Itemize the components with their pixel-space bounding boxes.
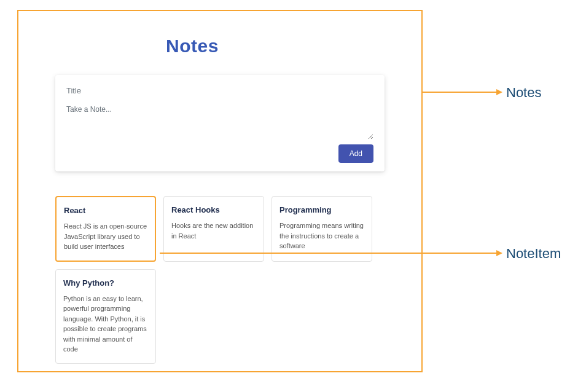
note-item-title: Programming [279,205,364,214]
note-item[interactable]: Why Python? Python is an easy to learn, … [55,269,156,364]
note-item[interactable]: React Hooks Hooks are the new addition i… [163,196,264,262]
note-item[interactable]: React React JS is an open-source JavaScr… [55,196,156,262]
note-item-title: React [64,206,147,215]
compose-card: Add [55,75,385,171]
add-button[interactable]: Add [338,144,373,163]
note-item-body: React JS is an open-source JavaScript li… [64,221,147,252]
title-input[interactable] [66,84,373,98]
note-item-body: Hooks are the new addition in React [171,221,256,241]
note-item[interactable]: Programming Programming means writing th… [272,196,372,262]
note-item-title: Why Python? [63,278,148,288]
annotation-noteitem-label: NoteItem [506,246,561,262]
arrow-notes [423,86,502,98]
svg-marker-1 [496,89,502,95]
svg-marker-3 [496,250,502,256]
annotation-notes-label: Notes [506,85,541,101]
compose-actions: Add [66,144,373,163]
note-body-textarea[interactable] [66,103,373,139]
note-item-title: React Hooks [171,205,256,214]
note-item-body: Python is an easy to learn, powerful pro… [63,294,148,355]
notes-grid: React React JS is an open-source JavaScr… [55,196,385,364]
notes-component-frame: Notes Add React React JS is an open-sour… [17,10,423,372]
page-title: Notes [166,36,385,57]
note-item-body: Programming means writing the instructio… [279,221,364,251]
notes-app-content: Notes Add React React JS is an open-sour… [18,11,421,382]
